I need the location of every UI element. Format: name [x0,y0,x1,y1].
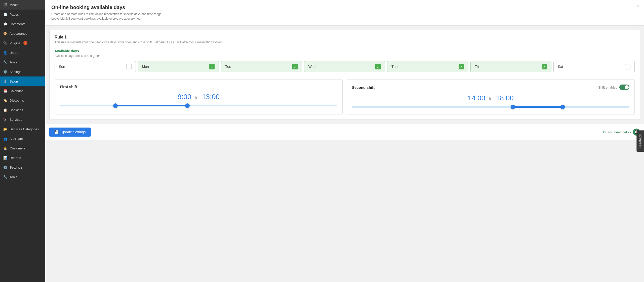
save-icon: 💾 [54,130,59,134]
first-shift-title: First shift [60,85,77,89]
sidebar-item-media[interactable]: 🎬 Media [0,0,45,10]
shifts-row: First shift 9:00 to 13:00 [55,79,635,114]
shift-enabled-toggle[interactable] [619,85,629,90]
pages-icon: 📄 [3,12,8,17]
sidebar-item-tools2[interactable]: 🔧 Tools [0,172,45,182]
day-sun-checkbox[interactable] [126,64,132,69]
day-sun[interactable]: Sun [55,61,136,72]
update-settings-button[interactable]: 💾 Update Settings [49,128,91,137]
day-thu-checkbox[interactable]: ✓ [459,64,464,69]
sidebar-item-settings[interactable]: ⚙️ Settings [0,67,45,76]
first-shift-thumb-right[interactable] [185,103,190,108]
rule-title: Rule 1 [55,35,635,39]
first-shift-thumb-left[interactable] [113,103,118,108]
reports-icon: 📊 [3,155,8,160]
sidebar-item-plugins[interactable]: 🔌 Plugins 1 [0,38,45,48]
salon-icon: 💈 [3,79,8,84]
available-days-subtitle: Available days checked and green. [55,54,635,58]
sidebar-item-assistants[interactable]: 👥 Assistants [0,134,45,143]
day-sat-label: Sat [558,65,563,69]
tools2-icon: 🔧 [3,175,8,179]
sidebar-item-settings2[interactable]: ⚙️ Settings [0,163,45,172]
content-area: Rule 1 This rule represents your open an… [45,26,644,124]
day-tue-checkbox[interactable]: ✓ [292,64,298,69]
sidebar-item-salon[interactable]: 💈 Salon [0,76,45,86]
customers-icon: 👨‍💼 [3,146,8,150]
services-icon: ✂️ [3,117,8,122]
day-wed-label: Wed [308,65,316,69]
first-shift-to: 13:00 [202,93,220,101]
plugins-badge: 1 [23,41,27,45]
rule-card: Rule 1 This rule represents your open an… [49,30,640,120]
sidebar-item-customers[interactable]: 👨‍💼 Customers [0,143,45,153]
settings2-icon: ⚙️ [3,165,8,170]
day-fri-checkbox[interactable]: ✓ [542,64,547,69]
rule-description: This rule represents your open and close… [55,41,635,44]
day-mon-checkbox[interactable]: ✓ [209,64,215,69]
sidebar-item-users[interactable]: 👤 Users [0,48,45,57]
day-sat[interactable]: Sat [553,61,635,72]
second-shift-thumb-left[interactable] [511,105,515,109]
appearance-icon: 🎨 [3,31,8,36]
sidebar-item-pages[interactable]: 📄 Pages [0,10,45,19]
sidebar-item-appearance[interactable]: 🎨 Appearance [0,29,45,38]
discounts-icon: 🏷️ [3,98,8,103]
users-icon: 👤 [3,50,8,55]
sidebar-item-discounts[interactable]: 🏷️ Discounts [0,96,45,105]
sidebar-item-services[interactable]: ✂️ Services [0,115,45,124]
first-shift-slider-track[interactable] [60,105,337,106]
second-shift-slider-track[interactable] [352,106,629,108]
shift-enabled-label: Shift enabled [598,86,617,89]
comments-icon: 💬 [3,22,8,26]
day-fri-label: Fri [475,65,479,69]
days-row: Sun Mon ✓ Tue ✓ Wed ✓ [55,61,635,72]
sidebar-item-comments[interactable]: 💬 Comments [0,19,45,29]
day-wed[interactable]: Wed ✓ [304,61,385,72]
second-shift-panel: Second shift Shift enabled 14:00 to 18:0… [347,79,635,114]
sidebar-item-tools[interactable]: 🔧 Tools [0,57,45,67]
shift-enabled-control: Shift enabled [598,85,629,90]
sidebar-item-reports[interactable]: 📊 Reports [0,153,45,163]
day-fri[interactable]: Fri ✓ [470,61,552,72]
main-content: On-line booking available days Create on… [45,0,644,282]
first-shift-to-label: to [195,95,198,100]
page-title: On-line booking available days [51,5,638,10]
header-desc2: Leave blank if you want bookings availab… [51,16,638,21]
first-shift-slider-fill [115,105,188,106]
second-shift-to: 18:00 [496,94,514,102]
day-wed-checkbox[interactable]: ✓ [375,64,381,69]
bookings-icon: 📋 [3,108,8,112]
second-shift-to-label: to [489,96,493,101]
day-sun-label: Sun [59,65,65,69]
media-icon: 🎬 [3,3,8,7]
settings-icon: ⚙️ [3,69,8,74]
first-shift-from: 9:00 [178,93,191,101]
page-header: On-line booking available days Create on… [45,0,644,26]
help-link[interactable]: Do you need help ? 💬 [603,129,640,136]
day-mon[interactable]: Mon ✓ [138,61,219,72]
first-shift-panel: First shift 9:00 to 13:00 [55,79,343,114]
bottom-bar: 💾 Update Settings Do you need help ? 💬 [45,124,644,140]
day-sat-checkbox[interactable] [625,64,630,69]
day-thu-label: Thu [391,65,397,69]
day-tue[interactable]: Tue ✓ [221,61,302,72]
day-thu[interactable]: Thu ✓ [387,61,468,72]
calendar-icon: 📅 [3,89,8,93]
second-shift-thumb-right[interactable] [560,105,565,109]
second-shift-time: 14:00 to 18:00 [352,94,629,102]
sidebar-item-calendar[interactable]: 📅 Calendar [0,86,45,96]
feedback-button[interactable]: Feedback [637,130,644,152]
first-shift-header: First shift [60,85,337,89]
assistants-icon: 👥 [3,136,8,141]
header-desc1: Create one or more rules to limit online… [51,12,638,16]
second-shift-header: Second shift Shift enabled [352,85,629,90]
collapse-button[interactable]: ⌃ [636,5,639,10]
sidebar-item-services-categories[interactable]: 📂 Services Categories [0,124,45,134]
second-shift-title: Second shift [352,85,375,90]
services-categories-icon: 📂 [3,127,8,131]
second-shift-from: 14:00 [468,94,485,102]
sidebar-item-bookings[interactable]: 📋 Bookings [0,105,45,115]
plugins-icon: 🔌 [3,41,8,45]
available-days-title: Available days [55,49,635,53]
day-tue-label: Tue [225,65,231,69]
